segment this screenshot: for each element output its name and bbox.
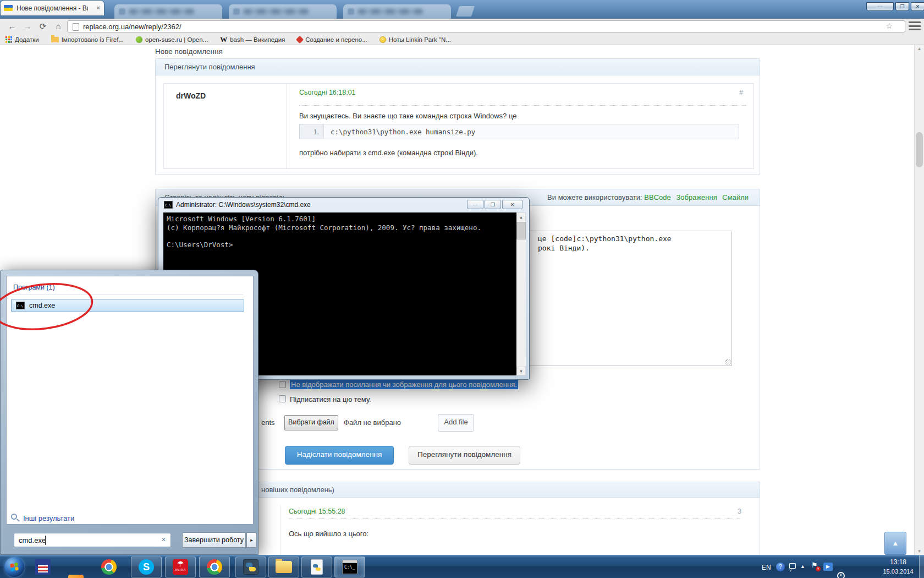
post-anchor[interactable]: # — [739, 89, 743, 96]
attachments-label-fragment: ents — [261, 418, 275, 427]
new-tab-button[interactable] — [456, 6, 475, 17]
cmd-maximize-button[interactable]: ❐ — [485, 200, 501, 209]
back-icon[interactable]: ← — [6, 20, 19, 32]
code-line-number: 1. — [300, 124, 324, 139]
wikipedia-icon: W — [220, 35, 227, 44]
post-author[interactable]: drWoZD — [176, 91, 206, 100]
bookmark-linkin-park[interactable]: Ноты Linkin Park "N... — [380, 36, 451, 43]
opensuse-icon — [136, 36, 142, 43]
tab-close-icon[interactable]: ✕ — [96, 6, 101, 11]
console-scroll-thumb[interactable] — [516, 222, 526, 239]
taskbar-avira-button[interactable]: ☂AVIRA — [165, 557, 196, 577]
taskbar-skype-button[interactable]: S — [131, 557, 162, 577]
page-scrollbar[interactable]: ▲ ▼ — [914, 45, 924, 555]
tab-inactive-3[interactable] — [343, 4, 451, 19]
address-bar[interactable]: replace.org.ua/new/reply/2362/ ☆ — [67, 20, 905, 32]
taskbar-python-file-button[interactable] — [301, 557, 332, 577]
allowed-markup-line: Ви можете використовувати: BBCode Зображ… — [547, 189, 749, 206]
bookmarks-bar: Додатки Імпортовано із Firef... open-sus… — [0, 34, 924, 45]
start-search-box[interactable]: cmd.exe ✕ — [14, 533, 171, 547]
help-tray-icon[interactable]: ? — [776, 563, 785, 571]
textarea-resize-handle[interactable] — [725, 359, 731, 365]
cmd-titlebar-icon: C:\ — [164, 201, 173, 209]
taskbar-chrome-button[interactable] — [199, 557, 230, 577]
preview-box: Переглянути повідомлення drWoZD Сьогодні… — [155, 58, 760, 175]
submit-button[interactable]: Надіслати повідомлення — [285, 446, 394, 465]
subscribe-checkbox[interactable] — [279, 395, 286, 402]
smilies-link[interactable]: Смайли — [722, 193, 749, 201]
taskbar-floppy-app-icon[interactable] — [35, 559, 51, 575]
time-sync-tray-icon[interactable] — [837, 572, 845, 578]
action-center-flag-icon[interactable] — [811, 562, 819, 571]
bookmark-apps[interactable]: Додатки — [6, 36, 39, 43]
taskbar-explorer-button[interactable] — [268, 557, 299, 577]
windows-logo-icon — [10, 563, 19, 572]
window-minimize-button[interactable]: — — [866, 2, 894, 11]
shutdown-button[interactable]: Завершити роботу — [182, 532, 246, 548]
home-icon[interactable]: ⌂ — [52, 20, 65, 32]
subscribe-label[interactable]: Підписатися на цю тему. — [290, 395, 371, 403]
browser-tab-strip: Нове повідомлення - Ви ✕ — ❐ ✕ — [0, 0, 924, 19]
bookmark-creation[interactable]: Создание и перено... — [297, 36, 367, 43]
update-tray-icon[interactable]: ▶ — [823, 563, 833, 571]
smiley-icon — [380, 36, 386, 43]
red-circle-annotation — [0, 272, 110, 344]
page-title: Нове повідомлення — [155, 47, 223, 56]
taskbar-chrome-pinned-icon[interactable] — [101, 559, 117, 575]
preview-button[interactable]: Переглянути повідомлення — [409, 446, 520, 465]
show-desktop-button[interactable] — [919, 555, 924, 578]
add-file-button[interactable]: Add file — [438, 414, 474, 432]
console-scrollbar[interactable]: ▲ ▼ — [516, 212, 526, 375]
cmd-close-button[interactable]: ✕ — [502, 200, 522, 209]
taskbar-python-console-button[interactable] — [235, 557, 266, 577]
explorer-folder-icon — [276, 561, 292, 573]
images-link[interactable]: Зображення — [676, 193, 717, 201]
bookmark-wikipedia[interactable]: Wbash — Википедия — [220, 35, 285, 44]
taskbar-cmd-button[interactable]: C:\_ — [334, 557, 365, 577]
scrollbar-thumb[interactable] — [916, 132, 923, 167]
post-date[interactable]: Сьогодні 16:18:01 — [299, 89, 356, 96]
diamond-icon — [296, 35, 304, 43]
console-scroll-down-icon[interactable]: ▼ — [516, 367, 526, 375]
forward-icon[interactable]: → — [21, 20, 34, 32]
tab-active[interactable]: Нове повідомлення - Ви ✕ — [0, 0, 105, 15]
console-scroll-up-icon[interactable]: ▲ — [516, 212, 526, 221]
taskbar-media-player-icon[interactable] — [68, 575, 84, 578]
reload-icon[interactable]: ⟳ — [36, 20, 50, 32]
caret-down-icon[interactable]: ˅ — [789, 568, 792, 573]
hide-links-checkbox[interactable] — [279, 381, 286, 388]
clear-search-icon[interactable]: ✕ — [161, 536, 166, 543]
browser-menu-icon[interactable] — [909, 21, 921, 30]
taskbar: S ☂AVIRA C:\_ EN ? ˅ ▲ ▶ 13:18 15.03.201… — [0, 555, 924, 578]
url-text[interactable]: replace.org.ua/new/reply/2362/ — [83, 23, 182, 31]
tab-inactive-1[interactable] — [114, 4, 222, 19]
start-button[interactable] — [4, 557, 24, 577]
divider — [299, 105, 746, 106]
taskbar-clock[interactable]: 13:18 15.03.2014 — [879, 558, 917, 576]
bookmark-opensuse[interactable]: open-suse.ru | Open... — [136, 36, 208, 43]
bbcode-link[interactable]: BBCode — [644, 193, 670, 201]
scrollbar-down-icon[interactable]: ▼ — [915, 549, 924, 554]
search-query-text: cmd.exe — [19, 536, 46, 544]
window-close-button[interactable]: ✕ — [911, 2, 924, 11]
see-more-results-link[interactable]: Інші результати — [23, 514, 74, 522]
post-author-cell: drWoZD — [164, 84, 287, 168]
cmd-minimize-button[interactable]: — — [467, 200, 483, 209]
shutdown-options-arrow[interactable]: ▸ — [246, 532, 257, 548]
console-line-1: Microsoft Windows [Version 6.1.7601] — [167, 215, 481, 223]
bookmark-imported[interactable]: Імпортовано із Firef... — [51, 36, 124, 43]
choose-file-button[interactable]: Вибрати файл — [284, 415, 338, 430]
window-restore-button[interactable]: ❐ — [895, 2, 909, 11]
bookmark-star-icon[interactable]: ☆ — [886, 21, 893, 30]
thread-post-number[interactable]: 3 — [738, 508, 741, 515]
hide-links-label[interactable]: Не відображати посилання чи зображення д… — [290, 380, 518, 389]
language-indicator[interactable]: EN — [762, 564, 771, 571]
scrollbar-up-icon[interactable]: ▲ — [915, 46, 924, 51]
scroll-to-top-button[interactable]: ▲ — [884, 532, 906, 555]
thread-post-date[interactable]: Сьогодні 15:55:28 — [289, 508, 345, 515]
skype-icon: S — [139, 559, 154, 575]
code-text: c:\python31\python.exe humansize.py — [331, 128, 475, 136]
textarea-text-line-1: це [code]c:\python31\python.exe — [538, 235, 672, 243]
tab-inactive-2[interactable] — [229, 4, 337, 19]
show-hidden-icons-arrow[interactable]: ▲ — [800, 564, 805, 569]
